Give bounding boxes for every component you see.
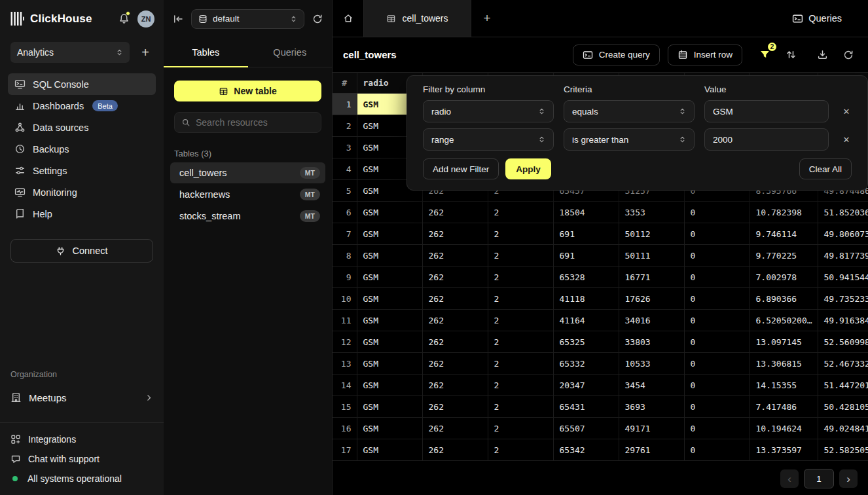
- sidebar-item-integrations[interactable]: Integrations: [10, 430, 153, 449]
- search-input[interactable]: [196, 117, 314, 128]
- table-cell[interactable]: 10533: [619, 353, 684, 375]
- row-number[interactable]: 4: [333, 158, 357, 180]
- home-tab[interactable]: [333, 0, 364, 37]
- table-cell[interactable]: 29761: [619, 439, 684, 461]
- table-cell[interactable]: 41118: [553, 288, 619, 310]
- table-cell[interactable]: 691: [553, 223, 619, 245]
- table-cell[interactable]: 0: [684, 353, 750, 375]
- apply-filters-button[interactable]: Apply: [505, 158, 551, 179]
- table-cell[interactable]: 2: [488, 396, 553, 418]
- table-cell[interactable]: 34016: [619, 310, 684, 331]
- table-cell[interactable]: 50112: [619, 223, 684, 245]
- table-cell[interactable]: GSM: [357, 353, 422, 375]
- table-cell[interactable]: 262: [422, 266, 488, 288]
- connect-button[interactable]: Connect: [10, 239, 153, 263]
- clear-all-filters-button[interactable]: Clear All: [799, 158, 852, 179]
- sidebar-item-sql-console[interactable]: SQL Console: [8, 73, 156, 95]
- table-cell[interactable]: 51.852036: [818, 202, 868, 223]
- table-cell[interactable]: 17626: [619, 288, 684, 310]
- table-cell[interactable]: 49171: [619, 418, 684, 439]
- refresh-resources-button[interactable]: [312, 14, 323, 24]
- workspace-select[interactable]: Analytics: [10, 42, 130, 63]
- table-cell[interactable]: 6.52050200…: [750, 310, 818, 331]
- notifications-button[interactable]: [116, 11, 132, 27]
- table-cell[interactable]: 10.782398: [750, 202, 818, 223]
- row-number[interactable]: 8: [333, 245, 357, 266]
- table-cell[interactable]: 65342: [553, 439, 619, 461]
- table-cell[interactable]: 2: [488, 202, 553, 223]
- table-cell[interactable]: 0: [684, 245, 750, 266]
- row-number[interactable]: 7: [333, 223, 357, 245]
- row-number[interactable]: 1: [333, 94, 357, 115]
- tab-cell-towers[interactable]: cell_towers: [364, 0, 471, 37]
- table-cell[interactable]: 49.024841: [818, 418, 868, 439]
- table-cell[interactable]: 262: [422, 418, 488, 439]
- avatar[interactable]: ZN: [137, 10, 154, 28]
- table-cell[interactable]: 262: [422, 353, 488, 375]
- table-cell[interactable]: 50111: [619, 245, 684, 266]
- sidebar-item-backups[interactable]: Backups: [8, 138, 156, 160]
- queries-button[interactable]: Queries: [792, 13, 842, 24]
- table-cell[interactable]: 49.806073: [818, 223, 868, 245]
- remove-filter-button-0[interactable]: ✕: [839, 103, 854, 119]
- table-cell[interactable]: 0: [684, 310, 750, 331]
- table-cell[interactable]: 13.373597: [750, 439, 818, 461]
- sidebar-item-dashboards[interactable]: Dashboards Beta: [8, 95, 156, 117]
- table-cell[interactable]: 33803: [619, 331, 684, 353]
- table-cell[interactable]: 0: [684, 223, 750, 245]
- table-cell[interactable]: 262: [422, 331, 488, 353]
- list-item-stocks-stream[interactable]: stocks_stream MT: [170, 206, 325, 227]
- table-cell[interactable]: 65332: [553, 353, 619, 375]
- table-cell[interactable]: 9.746114: [750, 223, 818, 245]
- new-tab-button[interactable]: +: [471, 0, 503, 37]
- table-cell[interactable]: 691: [553, 245, 619, 266]
- tab-tables[interactable]: Tables: [164, 37, 248, 67]
- table-cell[interactable]: 13.306815: [750, 353, 818, 375]
- table-cell[interactable]: 65328: [553, 266, 619, 288]
- table-cell[interactable]: 262: [422, 288, 488, 310]
- sidebar-item-help[interactable]: Help: [8, 203, 156, 225]
- row-number-header[interactable]: #: [333, 73, 357, 94]
- table-cell[interactable]: 0: [684, 418, 750, 439]
- table-cell[interactable]: 2: [488, 310, 553, 331]
- collapse-sidebar-button[interactable]: [173, 14, 183, 24]
- table-cell[interactable]: 0: [684, 375, 750, 396]
- table-cell[interactable]: 2: [488, 331, 553, 353]
- table-cell[interactable]: 262: [422, 223, 488, 245]
- table-cell[interactable]: 262: [422, 439, 488, 461]
- table-cell[interactable]: 0: [684, 202, 750, 223]
- filter-criteria-select-1[interactable]: is greater than: [564, 128, 695, 151]
- table-cell[interactable]: 16771: [619, 266, 684, 288]
- add-filter-button[interactable]: Add new Filter: [423, 158, 499, 179]
- table-cell[interactable]: 2: [488, 266, 553, 288]
- table-cell[interactable]: 52.4673325: [818, 353, 868, 375]
- row-number[interactable]: 11: [333, 310, 357, 331]
- row-number[interactable]: 12: [333, 331, 357, 353]
- table-cell[interactable]: 20347: [553, 375, 619, 396]
- remove-filter-button-1[interactable]: ✕: [839, 132, 854, 147]
- table-cell[interactable]: 49.735233: [818, 288, 868, 310]
- table-cell[interactable]: GSM: [357, 396, 422, 418]
- list-item-cell-towers[interactable]: cell_towers MT: [170, 162, 325, 183]
- table-cell[interactable]: 0: [684, 331, 750, 353]
- table-cell[interactable]: 41164: [553, 310, 619, 331]
- table-cell[interactable]: 65431: [553, 396, 619, 418]
- table-cell[interactable]: 2: [488, 245, 553, 266]
- sidebar-item-meetups[interactable]: Meetups: [0, 386, 164, 409]
- table-cell[interactable]: 52.560998: [818, 331, 868, 353]
- table-cell[interactable]: 0: [684, 439, 750, 461]
- table-cell[interactable]: 7.417486: [750, 396, 818, 418]
- row-number[interactable]: 2: [333, 115, 357, 137]
- row-number[interactable]: 9: [333, 266, 357, 288]
- tab-queries[interactable]: Queries: [248, 37, 333, 67]
- table-cell[interactable]: 52.582505: [818, 439, 868, 461]
- table-cell[interactable]: GSM: [357, 310, 422, 331]
- table-cell[interactable]: GSM: [357, 288, 422, 310]
- table-cell[interactable]: GSM: [357, 439, 422, 461]
- table-cell[interactable]: 9.770225: [750, 245, 818, 266]
- table-cell[interactable]: 3353: [619, 202, 684, 223]
- create-query-button[interactable]: Create query: [573, 45, 660, 65]
- sidebar-item-data-sources[interactable]: Data sources: [8, 117, 156, 138]
- row-number[interactable]: 16: [333, 418, 357, 439]
- table-cell[interactable]: 2: [488, 439, 553, 461]
